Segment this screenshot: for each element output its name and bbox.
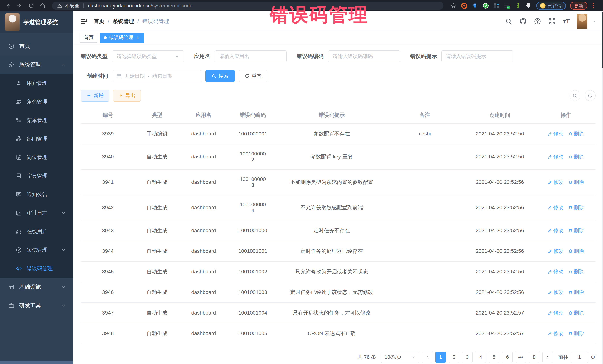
browser-menu-icon[interactable] xyxy=(591,3,595,8)
tab-error-code[interactable]: 错误码管理 xyxy=(100,33,144,43)
profile-paused-badge[interactable]: 已暂停 xyxy=(536,2,566,10)
delete-button[interactable]: 删除 xyxy=(568,309,584,316)
breadcrumb-home[interactable]: 首页 xyxy=(94,18,104,25)
delete-button[interactable]: 删除 xyxy=(568,330,584,337)
page-button[interactable]: 6 xyxy=(502,352,513,363)
extension-target-icon[interactable] xyxy=(461,2,468,9)
edit-button[interactable]: 修改 xyxy=(548,309,564,316)
table-row[interactable]: 3944自动生成dashboard1001001001定时任务的处理器已经存在2… xyxy=(81,241,596,262)
extension-gem-icon[interactable] xyxy=(472,2,478,9)
edit-button[interactable]: 修改 xyxy=(548,268,564,275)
table-row[interactable]: 3941自动生成dashboard100100000 3不能删除类型为系统内置的… xyxy=(81,170,596,195)
delete-button[interactable]: 删除 xyxy=(568,289,584,296)
sidebar-item[interactable]: 系统管理 xyxy=(0,55,73,74)
edit-button[interactable]: 修改 xyxy=(548,179,564,186)
home-icon[interactable] xyxy=(39,2,46,9)
table-row[interactable]: 3940自动生成dashboard100100000 2参数配置 key 重复2… xyxy=(81,144,596,170)
page-button-active[interactable]: 1 xyxy=(435,352,446,363)
chevron-down-icon[interactable] xyxy=(592,19,596,23)
scrollbar-thumb[interactable] xyxy=(602,12,603,68)
page-button[interactable]: 3 xyxy=(462,352,473,363)
fullscreen-icon[interactable] xyxy=(548,18,556,25)
help-icon[interactable] xyxy=(534,18,541,25)
back-icon[interactable] xyxy=(5,2,12,9)
reset-button[interactable]: 重置 xyxy=(239,70,267,82)
font-size-icon[interactable]: тT xyxy=(563,18,570,25)
edit-button[interactable]: 修改 xyxy=(548,154,564,160)
search-icon[interactable] xyxy=(505,18,512,25)
delete-button[interactable]: 删除 xyxy=(568,179,584,186)
table-row[interactable]: 3942自动生成dashboard100100000 4不允许获取敏感配置到前端… xyxy=(81,195,596,220)
not-secure-label[interactable]: 不安全 xyxy=(65,3,79,9)
edit-button[interactable]: 修改 xyxy=(548,131,564,137)
github-icon[interactable] xyxy=(519,18,527,25)
delete-button[interactable]: 删除 xyxy=(568,154,584,160)
page-button[interactable]: ••• xyxy=(516,352,526,363)
search-button[interactable]: 搜索 xyxy=(205,70,235,82)
extension-v-icon[interactable] xyxy=(482,2,489,9)
date-range-picker[interactable]: 开始日期 - 结束日期 xyxy=(113,70,201,82)
update-button[interactable]: 更新 xyxy=(570,2,587,10)
extension-list-on-icon[interactable]: on xyxy=(504,2,510,9)
delete-button[interactable]: 删除 xyxy=(568,248,584,254)
bookmark-star-icon[interactable] xyxy=(450,2,457,9)
sidebar-item[interactable]: 基础设施 xyxy=(0,278,73,296)
error-code-input[interactable] xyxy=(328,50,400,62)
extension-grid-icon[interactable] xyxy=(493,2,500,9)
delete-button[interactable]: 删除 xyxy=(568,268,584,275)
edit-button[interactable]: 修改 xyxy=(548,204,564,211)
extension-figure-icon[interactable] xyxy=(515,2,521,9)
edit-button[interactable]: 修改 xyxy=(548,330,564,337)
error-hint-input[interactable] xyxy=(441,50,513,62)
page-button[interactable]: 5 xyxy=(489,352,499,363)
error-type-select[interactable]: 请选择错误码类型 xyxy=(112,50,184,62)
reload-icon[interactable] xyxy=(28,2,35,9)
page-size-select[interactable]: 10条/页 xyxy=(381,352,419,363)
sidebar-item[interactable]: 菜单管理 xyxy=(0,111,73,130)
table-row[interactable]: 3947自动生成dashboard1001001004只有开启状态的任务，才可以… xyxy=(81,303,596,323)
export-button[interactable]: 导出 xyxy=(113,90,141,101)
edit-button[interactable]: 修改 xyxy=(548,248,564,254)
sidebar-item[interactable]: 研发工具 xyxy=(0,296,73,315)
sidebar-item[interactable]: 通知公告 xyxy=(0,185,73,204)
tab-home[interactable]: 首页 xyxy=(80,33,97,43)
page-button[interactable]: 8 xyxy=(529,352,539,363)
table-row[interactable]: 3946自动生成dashboard1001001003定时任务已经处于该状态，无… xyxy=(81,282,596,303)
sidebar-item[interactable]: 错误码管理 xyxy=(0,259,73,278)
window-scrollbar[interactable] xyxy=(602,11,603,364)
close-icon[interactable] xyxy=(136,36,140,39)
table-row[interactable]: 3945自动生成dashboard1001001002只允许修改为开启或者关闭状… xyxy=(81,262,596,282)
address-bar[interactable]: 不安全 dashboard.yudao.iocoder.cn/system/er… xyxy=(52,2,443,10)
app-logo[interactable]: 芋道管理系统 xyxy=(0,11,73,33)
sidebar-item[interactable]: 短信管理 xyxy=(0,241,73,259)
sidebar-item[interactable]: 用户管理 xyxy=(0,74,73,92)
prev-page-button[interactable] xyxy=(422,352,432,363)
sidebar-item[interactable]: 在线用户 xyxy=(0,222,73,241)
page-button[interactable]: 4 xyxy=(475,352,486,363)
sidebar-item[interactable]: 角色管理 xyxy=(0,92,73,111)
next-page-button[interactable] xyxy=(542,352,553,363)
forward-icon[interactable] xyxy=(16,2,23,9)
edit-button[interactable]: 修改 xyxy=(548,227,564,234)
toggle-search-button[interactable] xyxy=(570,90,580,101)
sidebar-item[interactable]: 首页 xyxy=(0,37,73,55)
refresh-table-button[interactable] xyxy=(585,90,596,101)
extension-puzzle-icon[interactable] xyxy=(525,2,532,9)
table-row[interactable]: 3939手动编辑dashboard1001000001参数配置不存在ceshi2… xyxy=(81,124,596,144)
user-avatar[interactable] xyxy=(577,13,587,29)
delete-button[interactable]: 删除 xyxy=(568,204,584,211)
sidebar-scrollbar[interactable] xyxy=(0,361,73,364)
sidebar-item[interactable]: 岗位管理 xyxy=(0,148,73,167)
add-button[interactable]: 新增 xyxy=(81,90,109,101)
page-button[interactable]: 2 xyxy=(449,352,459,363)
delete-button[interactable]: 删除 xyxy=(568,227,584,234)
delete-button[interactable]: 删除 xyxy=(568,131,584,137)
url-text[interactable]: dashboard.yudao.iocoder.cn/system/error-… xyxy=(88,3,192,9)
table-row[interactable]: 3948自动生成dashboard1001001005CRON 表达式不正确20… xyxy=(81,323,596,344)
sidebar-item[interactable]: 审计日志 xyxy=(0,204,73,222)
app-name-input[interactable] xyxy=(215,50,287,62)
hamburger-icon[interactable] xyxy=(80,17,88,25)
sidebar-item[interactable]: 部门管理 xyxy=(0,130,73,148)
table-row[interactable]: 3943自动生成dashboard1001001000定时任务不存在2021-0… xyxy=(81,220,596,241)
goto-page-input[interactable] xyxy=(571,352,588,363)
